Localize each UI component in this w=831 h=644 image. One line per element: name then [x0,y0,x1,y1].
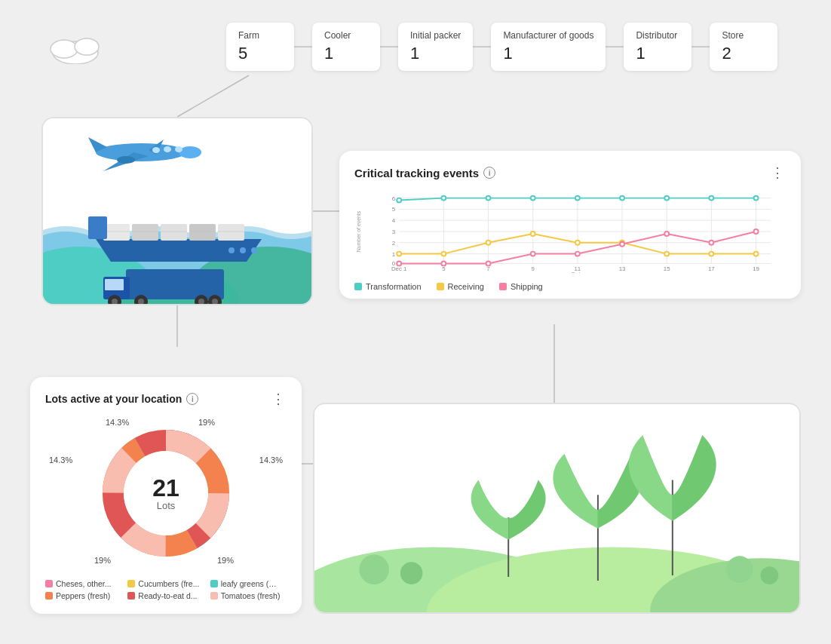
svg-point-88 [397,252,401,256]
store-label: Store [722,30,765,42]
cte-chart-svg: 6 5 4 3 2 1 0 Dec 1 5 7 9 11 13 15 17 19… [354,190,786,273]
svg-point-17 [175,146,182,152]
cheses-label: Cheses, other... [56,579,112,588]
lots-card: Lots active at your location i ⋮ 19% 14.… [30,377,302,614]
pct-top-left: 14.3% [106,418,129,427]
cte-menu-button[interactable]: ⋮ [771,164,786,181]
leafy-color [210,580,218,587]
legend-transformation: Transformation [354,282,422,291]
chain-node-initial-packer[interactable]: Initial packer 1 [398,23,473,71]
svg-point-92 [575,241,580,245]
svg-point-84 [620,196,624,201]
svg-rect-22 [132,224,158,241]
svg-text:13: 13 [619,265,626,272]
legend-cheses: Cheses, other... [45,579,121,588]
cte-card: Critical tracking events i ⋮ [339,151,801,299]
svg-point-91 [531,232,535,236]
svg-rect-21 [103,224,130,241]
farm-label: Farm [238,30,282,42]
supply-chain: Farm 5 Cooler 1 Initial packer 1 Manufac… [226,23,801,71]
legend-tomatoes: Tomatoes (fresh) [210,591,287,600]
legend-readytoeat: Ready-to-eat d... [127,591,204,600]
pct-bottom: 19% [94,556,111,565]
lots-menu-button[interactable]: ⋮ [271,391,287,407]
cloud-decoration [45,30,106,67]
cte-title-text: Critical tracking events [354,167,479,179]
svg-point-9 [96,143,186,161]
svg-point-81 [486,196,491,201]
pct-top-right: 19% [198,418,215,427]
svg-point-123 [761,566,779,584]
cucumbers-color [127,580,135,587]
svg-text:Date: Date [572,271,584,273]
svg-point-94 [664,252,669,256]
svg-text:15: 15 [664,265,670,272]
svg-point-87 [754,196,759,201]
svg-point-83 [575,196,580,201]
svg-point-43 [198,299,204,305]
svg-rect-37 [105,279,124,290]
chain-node-store[interactable]: Store 2 [710,23,777,71]
svg-text:6: 6 [392,195,396,202]
cte-title: Critical tracking events i [354,167,495,179]
chain-node-manufacturer[interactable]: Manufacturer of goods 1 [491,23,606,71]
svg-point-85 [664,196,669,201]
tomatoes-color [210,592,218,600]
svg-text:19: 19 [753,265,759,272]
lots-label: Lots [152,500,179,511]
svg-text:4: 4 [392,217,396,224]
svg-text:Number of events: Number of events [356,210,361,252]
svg-text:5: 5 [442,265,446,272]
distributor-label: Distributor [636,30,679,42]
transformation-label: Transformation [366,282,422,291]
chain-node-distributor[interactable]: Distributor 1 [624,23,691,71]
pct-bottom-right: 19% [217,556,234,565]
svg-point-7 [75,38,99,55]
chart-legend: Transformation Receiving Shipping [354,282,786,291]
svg-point-82 [531,196,535,201]
svg-point-6 [51,40,78,58]
svg-point-98 [441,261,446,265]
transformation-color [354,283,362,290]
readytoeat-label: Ready-to-eat d... [138,591,197,600]
lots-info-icon[interactable]: i [186,393,198,405]
shipping-label: Shipping [511,282,543,291]
cte-chart: 6 5 4 3 2 1 0 Dec 1 5 7 9 11 13 15 17 19… [354,190,786,288]
svg-point-86 [709,196,713,201]
svg-point-32 [228,247,235,253]
cooler-label: Cooler [324,30,368,42]
svg-point-79 [397,198,401,203]
cucumbers-label: Cucumbers (fre... [138,579,199,588]
initial-packer-label: Initial packer [410,30,461,42]
svg-rect-31 [88,216,107,239]
leafy-label: leafy greens (… [221,579,277,588]
svg-text:7: 7 [486,265,489,272]
receiving-color [437,283,444,290]
svg-point-89 [441,252,446,256]
svg-point-90 [486,241,491,245]
readytoeat-color [127,592,135,600]
chain-connector-2 [380,46,398,48]
svg-rect-23 [161,224,187,241]
cheses-color [45,580,53,587]
chain-node-cooler[interactable]: Cooler 1 [312,23,380,71]
svg-point-122 [726,556,753,583]
svg-text:Dec 1: Dec 1 [391,265,407,272]
cte-info-icon[interactable]: i [483,167,495,179]
svg-text:1: 1 [392,251,395,258]
svg-point-99 [486,261,491,265]
farm-illustration [313,403,801,614]
shipping-color [499,283,507,290]
peppers-color [45,592,53,600]
chain-node-farm[interactable]: Farm 5 [226,23,294,71]
cooler-value: 1 [324,44,368,63]
chain-connector-3 [473,46,491,48]
svg-point-33 [240,247,246,253]
svg-point-34 [251,247,257,253]
initial-packer-value: 1 [410,44,461,63]
manufacturer-value: 1 [503,44,593,63]
legend-cucumbers: Cucumbers (fre... [127,579,204,588]
donut-center: 21 Lots [152,476,179,511]
lots-title-text: Lots active at your location [45,393,182,405]
chain-connector-1 [294,46,312,48]
